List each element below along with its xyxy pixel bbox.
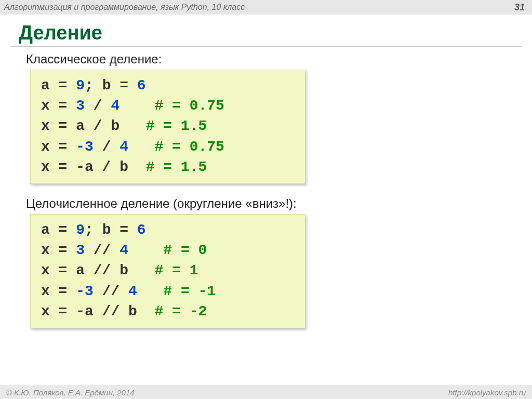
code-number: 4 <box>128 283 137 299</box>
copyright-text: © К.Ю. Поляков, Е.А. Ерёмин, 2014 <box>6 388 135 397</box>
code-text: x <box>41 283 59 299</box>
code-text: = a // b <box>59 262 155 278</box>
code-line: a = 9; b = 6 <box>41 220 295 240</box>
code-text: = <box>59 139 76 155</box>
slide-title: Деление <box>0 15 532 46</box>
page-number: 31 <box>514 2 525 13</box>
code-line: x = 3 // 4 # = 0 <box>41 240 295 260</box>
course-title: Алгоритмизация и программирование, язык … <box>4 3 245 12</box>
header-bar: Алгоритмизация и программирование, язык … <box>0 0 532 15</box>
code-line: x = a // b # = 1 <box>41 260 295 281</box>
code-number: 4 <box>119 242 128 258</box>
code-text: = <box>59 283 76 299</box>
code-line: x = -3 / 4 # = 0.75 <box>41 137 295 157</box>
code-number: -3 <box>76 283 102 299</box>
code-number: 9 <box>76 77 85 94</box>
code-text: = -a / b <box>59 159 146 175</box>
footer-bar: © К.Ю. Поляков, Е.А. Ерёмин, 2014 http:/… <box>0 385 532 399</box>
code-text: x <box>41 98 59 114</box>
code-text: // <box>94 242 119 258</box>
code-comment: # = -2 <box>154 303 207 320</box>
footer-url: http://kpolyakov.spb.ru <box>448 388 526 397</box>
code-number: 9 <box>76 222 85 238</box>
section-1-label: Классическое деление: <box>0 47 532 70</box>
code-text: = <box>119 222 137 238</box>
code-text: // <box>102 283 128 299</box>
code-text: x <box>41 262 59 278</box>
code-comment: # = -1 <box>163 283 216 299</box>
code-text <box>137 283 163 299</box>
code-number: 4 <box>119 139 128 155</box>
code-number: 3 <box>76 98 94 114</box>
code-text: ; b <box>85 77 119 94</box>
code-text <box>119 98 154 114</box>
code-text: ; b <box>85 222 119 238</box>
code-text: x <box>41 303 59 320</box>
code-line: a = 9; b = 6 <box>41 75 295 96</box>
code-box-1: a = 9; b = 6x = 3 / 4 # = 0.75x = a / b … <box>30 70 305 184</box>
code-line: x = -a / b # = 1.5 <box>41 157 295 177</box>
code-comment: # = 0.75 <box>154 98 224 114</box>
code-text: = a / b <box>59 118 146 134</box>
code-text: a <box>41 222 59 238</box>
code-text: = <box>59 77 76 94</box>
code-line: x = 3 / 4 # = 0.75 <box>41 96 295 116</box>
code-line: x = -a // b # = -2 <box>41 301 295 322</box>
code-comment: # = 0 <box>163 242 207 258</box>
code-text <box>128 139 154 155</box>
code-box-2: a = 9; b = 6x = 3 // 4 # = 0x = a // b #… <box>30 214 305 328</box>
code-text <box>128 242 163 258</box>
section-2-label: Целочисленное деление (округление «вниз»… <box>0 191 532 214</box>
code-text: a <box>41 77 59 94</box>
code-text: = <box>59 242 76 258</box>
code-comment: # = 1.5 <box>146 159 207 175</box>
code-text: x <box>41 242 59 258</box>
code-number: 6 <box>137 77 146 94</box>
code-line: x = a / b # = 1.5 <box>41 116 295 136</box>
code-comment: # = 0.75 <box>154 139 224 155</box>
code-line: x = -3 // 4 # = -1 <box>41 281 295 301</box>
code-comment: # = 1 <box>154 262 198 278</box>
code-text: x <box>41 159 59 175</box>
code-text: = <box>59 222 76 238</box>
code-text: = <box>59 98 76 114</box>
code-number: 3 <box>76 242 94 258</box>
code-number: 6 <box>137 222 146 238</box>
code-text: / <box>94 98 111 114</box>
code-number: -3 <box>76 139 102 155</box>
code-text: x <box>41 139 59 155</box>
code-text: / <box>102 139 120 155</box>
code-number: 4 <box>111 98 119 114</box>
code-comment: # = 1.5 <box>146 118 207 134</box>
code-text: = <box>119 77 137 94</box>
code-text: x <box>41 118 59 134</box>
code-text: = -a // b <box>59 303 155 320</box>
